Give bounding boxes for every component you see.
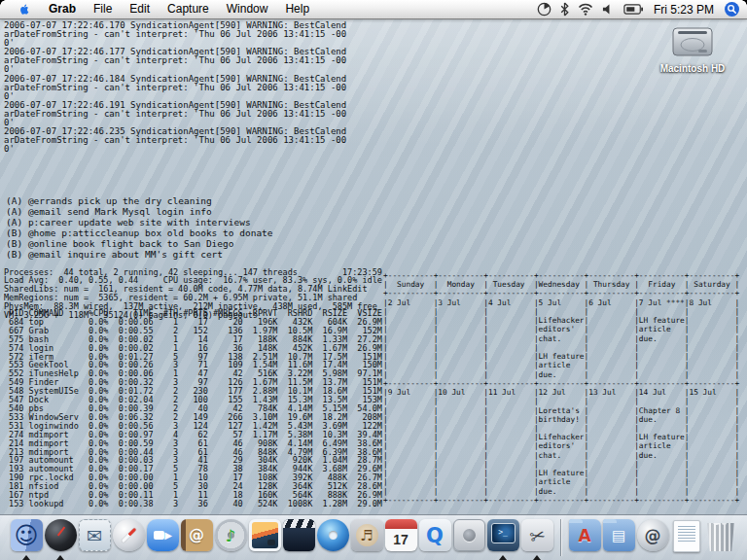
- apple-menu[interactable]: [10, 2, 40, 17]
- log-message: 2006-07-07 17:22:46.170 SyndicationAgent…: [4, 21, 348, 48]
- addressbook-icon: [181, 519, 213, 551]
- ichat-icon: [147, 519, 179, 551]
- calendar-line: | | | |article | | | |: [383, 477, 739, 486]
- calendar-line: | | | |editors' | |article | |: [383, 325, 739, 333]
- calendar-line: +----------+----------+----------+------…: [383, 379, 739, 388]
- calendar-line: | Sunday | Monday | Tuesday |Wednesday |…: [383, 280, 739, 289]
- trash-icon: [705, 519, 737, 551]
- finder-icon: [11, 519, 43, 551]
- calendar-line: | | | |due. | | | |: [383, 370, 739, 379]
- calendar-line: | | | |article | | | |: [383, 361, 739, 369]
- dock-icon-garageband[interactable]: [350, 519, 384, 560]
- separator-icon: [560, 519, 561, 556]
- mail-icon: [79, 519, 111, 551]
- menu-bar: GrabFileEditCaptureWindowHelp Fri 5:23 P…: [0, 0, 747, 19]
- dock: [0, 514, 747, 560]
- dock-icon-folder-applications[interactable]: [568, 519, 602, 560]
- calendar-line: | | | | | | | |: [383, 307, 739, 316]
- dock-icon-sysprefs[interactable]: [452, 519, 486, 560]
- dock-icon-idvd[interactable]: [316, 519, 350, 560]
- todo-item: (B) @home p:atticcleanup box old books t…: [6, 228, 273, 238]
- dock-icon-document[interactable]: [670, 519, 704, 560]
- dock-icon-ical[interactable]: [384, 519, 418, 560]
- process-table-overlay: PID COMMAND %CPU TIME #TH #PRTS #MREGS R…: [4, 309, 382, 508]
- dock-icon-grab[interactable]: [520, 519, 554, 560]
- dock-icon-quicktime[interactable]: [418, 519, 452, 560]
- menu-bar-right: Fri 5:23 PM: [537, 2, 747, 17]
- bluetooth-icon[interactable]: [560, 2, 569, 17]
- spotlight-icon[interactable]: [725, 2, 739, 17]
- macintosh-hd-icon[interactable]: Macintosh HD: [656, 26, 729, 74]
- safari-icon: [113, 519, 145, 551]
- dock-icon-imovie[interactable]: [282, 519, 316, 560]
- log-message: 2006-07-07 17:22:46.191 SyndicationAgent…: [4, 101, 348, 127]
- log-message: 2006-07-07 17:22:46.184 SyndicationAgent…: [4, 75, 348, 101]
- quicktime-icon: [419, 519, 451, 551]
- dock-icon-iphoto[interactable]: [248, 519, 282, 560]
- sysprefs-icon: [453, 519, 485, 551]
- syslog-overlay: 2006-07-07 17:22:46.170 SyndicationAgent…: [4, 21, 348, 154]
- dock-icon-iterm[interactable]: [486, 519, 520, 560]
- dock-icon-trash[interactable]: [704, 519, 738, 560]
- volume-icon[interactable]: [602, 3, 615, 16]
- folder-applications-icon: [569, 519, 601, 551]
- dock-icon-ichat[interactable]: [146, 519, 180, 560]
- dock-icon-webloc[interactable]: [636, 519, 670, 560]
- itunes-icon: [215, 519, 247, 551]
- imovie-icon: [283, 519, 315, 551]
- dock-icon-itunes[interactable]: [214, 519, 248, 560]
- screen-corner: [741, 0, 747, 6]
- calendar-overlay: +----------+----------+----------+------…: [383, 271, 739, 505]
- dock-icon-finder[interactable]: [10, 519, 44, 560]
- log-message: 2006-07-07 17:22:46.235 SyndicationAgent…: [4, 127, 348, 154]
- calendar-line: | | | | | | | |: [383, 343, 739, 352]
- calendar-line: |2 Jul |3 Jul |4 Jul |5 Jul |6 Jul |7 Ju…: [383, 298, 739, 307]
- calendar-line: |9 Jul |10 Jul |11 Jul |12 Jul |13 Jul |…: [383, 388, 739, 397]
- document-icon: [673, 520, 700, 552]
- dock-icon-separator: [554, 519, 568, 560]
- menu-window[interactable]: Window: [218, 0, 277, 18]
- hard-drive-icon: [670, 26, 715, 58]
- calendar-line: | | | | | | | |: [383, 460, 739, 469]
- todo-item: (A) @errands pick up the dry cleaning: [6, 195, 273, 206]
- desktop: GrabFileEditCaptureWindowHelp Fri 5:23 P…: [0, 0, 747, 560]
- menu-bar-left: GrabFileEditCaptureWindowHelp: [0, 0, 318, 18]
- grab-icon: [521, 519, 553, 551]
- todo-item: (B) @online book flight back to San Dieg…: [6, 238, 273, 249]
- todo-item: (A) @email send Mark Mysql login info: [6, 206, 273, 217]
- menu-file[interactable]: File: [85, 0, 121, 18]
- dock-icon-mail[interactable]: [78, 519, 112, 560]
- dock-icon-addressbook[interactable]: [180, 519, 214, 560]
- calendar-line: | | | |due. | | | |: [383, 487, 739, 496]
- dock-icon-dashboard[interactable]: [44, 519, 78, 560]
- battery-icon[interactable]: [623, 4, 643, 15]
- calendar-line: | | | |chat. | |due. | |: [383, 451, 739, 460]
- webloc-icon: [637, 519, 669, 551]
- airport-icon[interactable]: [578, 3, 593, 16]
- folder-documents-icon: [603, 519, 635, 551]
- calendar-line: | | | |chat. | |due. | |: [383, 334, 739, 343]
- todo-item: (A) p:career update web site with interv…: [6, 217, 273, 228]
- idvd-icon: [317, 519, 349, 551]
- apple-icon: [18, 2, 31, 17]
- calendar-line: | | | |LH feature| | | |: [383, 469, 739, 477]
- calendar-line: +----------+----------+----------+------…: [383, 271, 739, 280]
- calendar-line: | | | |editors' | |article | |: [383, 441, 739, 450]
- calendar-line: | | | |LH feature| | | |: [383, 352, 739, 361]
- calendar-line: +----------+----------+----------+------…: [383, 289, 739, 298]
- dock-icon-folder-documents[interactable]: [602, 519, 636, 560]
- calendar-line: | | | |birthday! | |due. | |: [383, 415, 739, 424]
- menu-help[interactable]: Help: [276, 0, 318, 18]
- iterm-icon: [487, 519, 519, 551]
- calendar-line: +----------+----------+----------+------…: [383, 496, 739, 505]
- ical-icon: [385, 519, 417, 551]
- calendar-line: | | | | | | | |: [383, 397, 739, 405]
- menu-capture[interactable]: Capture: [159, 0, 218, 18]
- menu-grab[interactable]: Grab: [40, 0, 85, 18]
- calendar-line: | | | |Lifehacker| |LH feature| |: [383, 433, 739, 441]
- calendar-line: | | | |Loretta's | |Chapter 8 | |: [383, 406, 739, 415]
- dock-icon-safari[interactable]: [112, 519, 146, 560]
- menu-bar-clock[interactable]: Fri 5:23 PM: [652, 3, 716, 17]
- clock-menu-icon[interactable]: [537, 2, 551, 17]
- menu-edit[interactable]: Edit: [121, 0, 159, 18]
